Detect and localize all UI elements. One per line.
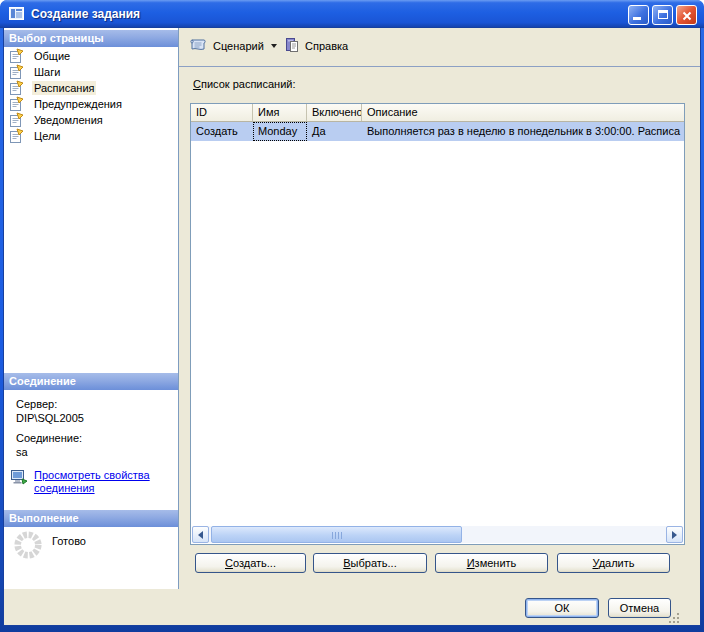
page-icon	[9, 80, 25, 96]
window-controls	[628, 5, 697, 25]
server-label: Сервер:	[16, 398, 57, 410]
sidebar-item-label: Шаги	[32, 65, 62, 79]
help-button[interactable]: Справка	[281, 35, 351, 57]
sidebar-item-alerts[interactable]: Предупреждения	[4, 96, 178, 112]
sidebar-item-targets[interactable]: Цели	[4, 128, 178, 144]
list-header-row: ID Имя Включено Описание	[191, 104, 684, 122]
sidebar-item-label: Предупреждения	[32, 97, 124, 111]
create-job-dialog: Создание задания Выбор страницы Общие	[0, 0, 704, 632]
window-title: Создание задания	[31, 7, 140, 21]
script-button-label: Сценарий	[213, 40, 264, 52]
horizontal-scrollbar[interactable]	[192, 526, 683, 543]
schedule-list-label: Список расписаний:	[193, 78, 296, 90]
cell-enabled[interactable]: Да	[307, 122, 362, 141]
create-button[interactable]: Создать...	[195, 553, 306, 573]
sidebar-item-label: Расписания	[32, 81, 96, 95]
window-icon	[9, 6, 25, 22]
chevron-down-icon	[271, 44, 277, 48]
scroll-right-button[interactable]	[666, 526, 683, 543]
view-connection-properties-link[interactable]: Просмотреть свойства	[34, 469, 150, 481]
script-button[interactable]: Сценарий	[185, 35, 280, 57]
arrow-left-icon	[198, 531, 203, 539]
sidebar-item-schedules[interactable]: Расписания	[4, 80, 178, 96]
progress-spinner-icon	[13, 530, 43, 560]
scroll-left-button[interactable]	[192, 526, 209, 543]
close-icon	[681, 10, 693, 24]
title-bar[interactable]: Создание задания	[0, 0, 704, 28]
page-icon	[9, 48, 25, 64]
connection-properties-icon	[10, 469, 28, 485]
page-icon	[9, 112, 25, 128]
connection-label: Соединение:	[16, 432, 82, 444]
page-icon	[9, 96, 25, 112]
cell-name[interactable]: Monday	[253, 122, 307, 141]
page-icon	[9, 128, 25, 144]
server-value: DIP\SQL2005	[16, 412, 84, 424]
arrow-right-icon	[672, 531, 677, 539]
pages-section-header: Выбор страницы	[4, 30, 178, 47]
minimize-icon	[633, 17, 641, 20]
ok-button[interactable]: ОК	[525, 598, 599, 618]
help-icon	[284, 37, 300, 55]
column-header-enabled[interactable]: Включено	[307, 104, 362, 121]
toolbar-separator	[179, 66, 700, 67]
schedule-list[interactable]: ID Имя Включено Описание Создать Monday …	[190, 103, 685, 545]
sidebar-item-notifications[interactable]: Уведомления	[4, 112, 178, 128]
script-icon	[188, 37, 208, 55]
resize-grip[interactable]	[667, 611, 681, 624]
cancel-button[interactable]: Отмена	[608, 598, 671, 618]
page-selector-panel: Выбор страницы Общие Шаги Расписания	[4, 28, 179, 589]
table-row[interactable]: Создать Monday Да Выполняется раз в неде…	[191, 122, 684, 141]
progress-status: Готово	[52, 535, 86, 547]
dialog-content: Выбор страницы Общие Шаги Расписания	[4, 28, 700, 625]
help-button-label: Справка	[305, 40, 348, 52]
pick-button[interactable]: Выбрать...	[313, 553, 427, 573]
view-connection-properties-link-line2[interactable]: соединения	[34, 482, 95, 494]
sidebar-item-label: Уведомления	[32, 113, 105, 127]
sidebar-item-general[interactable]: Общие	[4, 48, 178, 64]
minimize-button[interactable]	[628, 5, 649, 25]
cell-id[interactable]: Создать	[191, 122, 253, 141]
edit-button[interactable]: Изменить	[435, 553, 548, 573]
cell-description[interactable]: Выполняется раз в неделю в понедельник в…	[362, 122, 684, 141]
page-icon	[9, 64, 25, 80]
maximize-button[interactable]	[652, 5, 673, 25]
sidebar-item-label: Цели	[32, 129, 62, 143]
delete-button[interactable]: Удалить	[557, 553, 670, 573]
column-header-id[interactable]: ID	[191, 104, 253, 121]
maximize-icon	[658, 10, 668, 19]
scrollbar-thumb[interactable]	[211, 526, 462, 543]
close-button[interactable]	[676, 5, 697, 25]
progress-section-header: Выполнение	[4, 510, 178, 527]
column-header-name[interactable]: Имя	[253, 104, 307, 121]
column-header-description[interactable]: Описание	[362, 104, 684, 121]
connection-value: sa	[16, 446, 28, 458]
connection-section-header: Соединение	[4, 373, 178, 390]
sidebar-item-label: Общие	[32, 49, 72, 63]
sidebar-item-steps[interactable]: Шаги	[4, 64, 178, 80]
scrollbar-grip-icon	[332, 532, 342, 539]
